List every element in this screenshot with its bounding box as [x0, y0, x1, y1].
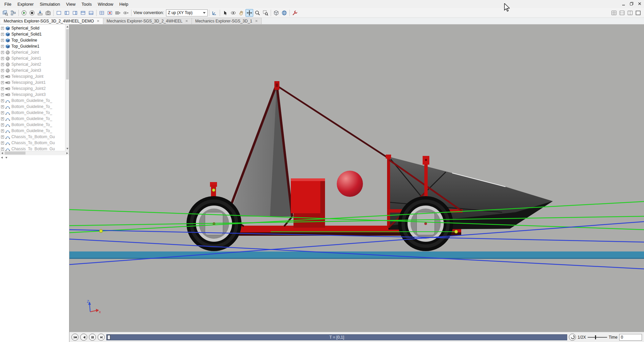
play-animation-icon[interactable] — [20, 9, 28, 17]
vertical-scroll-thumb[interactable] — [66, 29, 69, 79]
mechanics-settings-icon[interactable] — [291, 9, 299, 17]
split-vertical-icon[interactable] — [626, 9, 634, 17]
menu-view[interactable]: View — [63, 1, 78, 8]
menu-help[interactable]: Help — [116, 1, 131, 8]
tree-item[interactable]: Spherical_Joint3 — [0, 67, 65, 73]
panel-collapse-down-icon[interactable] — [5, 157, 7, 159]
tree-item[interactable]: Top_Guideline1 — [0, 43, 65, 49]
tree-item[interactable]: Bottom_Guideline_To_ — [0, 98, 65, 104]
tree-vertical-scrollbar[interactable] — [65, 24, 69, 151]
tab-close-icon[interactable] — [255, 19, 258, 23]
close-icon[interactable] — [636, 0, 643, 7]
panel-collapse-left-icon[interactable] — [1, 157, 3, 159]
expand-icon[interactable] — [1, 39, 4, 42]
tree-item[interactable]: Telescoping_Joint1 — [0, 79, 65, 86]
expand-icon[interactable] — [1, 105, 4, 108]
snapshot-icon[interactable] — [44, 9, 52, 17]
isometric-view-icon[interactable] — [272, 9, 280, 17]
tree-item[interactable]: Spherical_Joint2 — [0, 61, 65, 67]
expand-icon[interactable] — [1, 45, 4, 48]
tab-3[interactable]: Mechanics Explorer-SGS_3D_1 — [192, 18, 262, 24]
select-tool-icon[interactable] — [221, 9, 229, 17]
tree-item[interactable]: Chassis_To_Bottom_Gu — [0, 140, 65, 146]
apply-convention-icon[interactable] — [211, 9, 218, 17]
tree-item[interactable]: Spherical_Solid — [0, 25, 65, 31]
export-video-icon[interactable] — [36, 9, 44, 17]
tree-item[interactable]: Chassis_To_Bottom_Gu — [0, 146, 65, 151]
tab-close-icon[interactable] — [185, 19, 188, 23]
expand-icon[interactable] — [1, 33, 4, 36]
visibility-icon[interactable] — [229, 9, 237, 17]
expand-icon[interactable] — [1, 99, 4, 102]
expand-icon[interactable] — [1, 81, 4, 84]
tab-close-icon[interactable] — [97, 19, 100, 23]
menu-explorer[interactable]: Explorer — [14, 1, 37, 8]
tree-item[interactable]: Top_Guideline — [0, 37, 65, 43]
restore-icon[interactable] — [628, 0, 635, 7]
expand-icon[interactable] — [1, 69, 4, 72]
viewport-add-bottom-icon[interactable] — [87, 9, 95, 17]
tree-item[interactable]: Telescoping_Joint — [0, 73, 65, 79]
expand-icon[interactable] — [1, 27, 4, 30]
camera-menu-icon[interactable] — [114, 9, 122, 17]
expand-icon[interactable] — [1, 87, 4, 90]
expand-icon[interactable] — [1, 51, 4, 54]
step-back-button[interactable] — [80, 334, 87, 341]
minimize-icon[interactable] — [620, 0, 627, 7]
3d-viewport[interactable]: Z x — [69, 24, 644, 332]
scroll-down-button[interactable] — [65, 147, 69, 151]
expand-icon[interactable] — [1, 141, 4, 145]
tab-2[interactable]: Mechanics Explorer-SGS_3D_2_4WHEEL — [103, 18, 192, 24]
expand-icon[interactable] — [1, 111, 4, 114]
menu-window[interactable]: Window — [95, 1, 116, 8]
expand-icon[interactable] — [1, 93, 4, 96]
expand-icon[interactable] — [1, 123, 4, 126]
animation-slider[interactable]: T = [0,1] — [106, 334, 567, 340]
time-input[interactable] — [619, 334, 642, 341]
expand-icon[interactable] — [1, 63, 4, 66]
viewport-grid-icon[interactable] — [98, 9, 106, 17]
tree-item[interactable]: Bottom_Guideline_To_ — [0, 110, 65, 116]
move-tool-icon[interactable] — [246, 9, 253, 17]
viewport-single-icon[interactable] — [55, 9, 63, 17]
loop-button[interactable] — [569, 334, 576, 341]
tree-item[interactable]: Telescoping_Joint3 — [0, 92, 65, 98]
frame-inspector-icon[interactable] — [9, 9, 17, 17]
tree-item[interactable]: Spherical_Joint1 — [0, 55, 65, 61]
expand-icon[interactable] — [1, 117, 4, 120]
tree-item[interactable]: Spherical_Joint — [0, 49, 65, 55]
go-to-start-button[interactable] — [71, 334, 78, 341]
expand-icon[interactable] — [1, 148, 4, 151]
menu-file[interactable]: File — [1, 1, 14, 8]
viewport-close-icon[interactable] — [106, 9, 114, 17]
view-convention-dropdown[interactable]: Z up (XY Top) — [166, 9, 208, 16]
tree-item[interactable]: Chassis_To_Bottom_Gu — [0, 134, 65, 140]
tree-item[interactable]: Bottom_Guideline_To_ — [0, 104, 65, 110]
pause-button[interactable] — [89, 334, 96, 341]
pan-tool-icon[interactable] — [237, 9, 245, 17]
tree-item[interactable]: Bottom_Guideline_To_ — [0, 128, 65, 134]
tree-item[interactable]: Spherical_Solid1 — [0, 31, 65, 37]
horizontal-scroll-thumb[interactable] — [5, 152, 25, 155]
expand-icon[interactable] — [1, 129, 4, 132]
expand-icon[interactable] — [1, 57, 4, 60]
menu-tools[interactable]: Tools — [78, 1, 95, 8]
record-animation-icon[interactable] — [28, 9, 36, 17]
split-grid-icon[interactable] — [610, 9, 618, 17]
tree-item[interactable]: Bottom_Guideline_To_ — [0, 122, 65, 128]
tree-item[interactable]: Telescoping_Joint2 — [0, 86, 65, 92]
world-frame-icon[interactable] — [280, 9, 288, 17]
menu-simulation[interactable]: Simulation — [37, 1, 63, 8]
tree-item[interactable]: Bottom_Guideline_To_ — [0, 116, 65, 122]
tab-1[interactable]: Mechanics Explorer-SGS_3D_2_4WHEEL_DEMO — [0, 18, 103, 24]
viewport-add-top-icon[interactable] — [79, 9, 87, 17]
scroll-left-button[interactable] — [0, 151, 4, 156]
expand-icon[interactable] — [1, 75, 4, 78]
expand-icon[interactable] — [1, 135, 4, 138]
scroll-up-button[interactable] — [65, 24, 69, 29]
zoom-tool-icon[interactable] — [254, 9, 261, 17]
viewport-add-left-icon[interactable] — [63, 9, 71, 17]
maximize-viewport-icon[interactable] — [634, 9, 642, 17]
zoom-region-tool-icon[interactable] — [262, 9, 269, 17]
explorer-config-icon[interactable] — [1, 9, 9, 17]
